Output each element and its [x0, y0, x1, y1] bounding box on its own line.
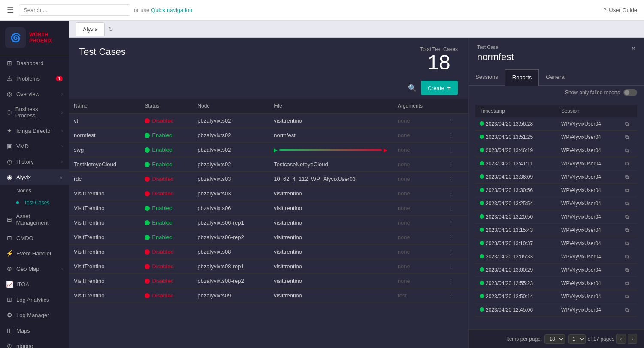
- sidebar-item-vmd[interactable]: ▣ VMD ›: [0, 138, 69, 154]
- table-row[interactable]: rdc Disabled pbzalyvixts03 10_62_4_112_W…: [69, 172, 468, 186]
- external-link-icon[interactable]: ⧉: [625, 214, 629, 220]
- external-link-icon[interactable]: ⧉: [625, 307, 629, 313]
- sidebar-item-ntopng[interactable]: ⊚ ntopng: [0, 338, 69, 348]
- cell-menu[interactable]: ⋮: [440, 157, 468, 172]
- next-page-button[interactable]: ›: [628, 334, 637, 344]
- cell-menu[interactable]: ⋮: [440, 216, 468, 230]
- row-menu-icon[interactable]: ⋮: [445, 146, 456, 154]
- report-link[interactable]: ⧉: [621, 184, 637, 197]
- report-link[interactable]: ⧉: [621, 290, 637, 303]
- user-guide-button[interactable]: ? User Guide: [603, 7, 637, 13]
- report-row[interactable]: 2023/04/20 13:00:29 WP\AlyvixUser04 ⧉: [475, 264, 637, 277]
- table-row[interactable]: normfest Enabled pbzalyvixts02 normfest …: [69, 128, 468, 143]
- report-row[interactable]: 2023/04/20 13:15:43 WP\AlyvixUser04 ⧉: [475, 224, 637, 237]
- sidebar-item-alyvix[interactable]: ◉ Alyvix ∨: [0, 169, 69, 185]
- sidebar-item-log-analytics[interactable]: ⊞ Log Analytics: [0, 292, 69, 307]
- report-link[interactable]: ⧉: [621, 157, 637, 171]
- report-row[interactable]: 2023/04/20 13:05:33 WP\AlyvixUser04 ⧉: [475, 250, 637, 264]
- sidebar-item-history[interactable]: ◷ History ›: [0, 154, 69, 169]
- report-row[interactable]: 2023/04/20 12:55:23 WP\AlyvixUser04 ⧉: [475, 277, 637, 290]
- report-row[interactable]: 2023/04/20 12:45:06 WP\AlyvixUser04 ⧉: [475, 303, 637, 317]
- report-link[interactable]: ⧉: [621, 264, 637, 277]
- external-link-icon[interactable]: ⧉: [625, 121, 629, 127]
- report-link[interactable]: ⧉: [621, 250, 637, 264]
- close-button[interactable]: ×: [632, 45, 635, 52]
- sidebar-item-test-cases[interactable]: Test Cases: [12, 197, 69, 209]
- cell-menu[interactable]: ⋮: [440, 259, 468, 274]
- external-link-icon[interactable]: ⧉: [625, 134, 629, 140]
- search-input[interactable]: [19, 4, 130, 16]
- report-row[interactable]: 2023/04/20 13:51:25 WP\AlyvixUser04 ⧉: [475, 131, 637, 144]
- report-row[interactable]: 2023/04/20 13:25:54 WP\AlyvixUser04 ⧉: [475, 197, 637, 210]
- external-link-icon[interactable]: ⧉: [625, 147, 629, 153]
- row-menu-icon[interactable]: ⋮: [445, 175, 456, 183]
- row-menu-icon[interactable]: ⋮: [445, 233, 456, 241]
- sidebar-item-overview[interactable]: ◎ Overview ›: [0, 86, 69, 102]
- tab-general[interactable]: General: [539, 69, 572, 85]
- tab-alyvix[interactable]: Alyvix: [76, 22, 105, 36]
- external-link-icon[interactable]: ⧉: [625, 294, 629, 300]
- sidebar-item-nodes[interactable]: Nodes: [12, 185, 69, 197]
- report-row[interactable]: 2023/04/20 13:20:50 WP\AlyvixUser04 ⧉: [475, 210, 637, 224]
- items-per-page-select[interactable]: 18 25 50: [544, 334, 565, 344]
- row-menu-icon[interactable]: ⋮: [445, 189, 456, 198]
- external-link-icon[interactable]: ⧉: [625, 174, 629, 180]
- report-link[interactable]: ⧉: [621, 210, 637, 224]
- sidebar-item-asset-management[interactable]: ⊟ Asset Management: [0, 209, 69, 230]
- report-row[interactable]: 2023/04/20 13:41:11 WP\AlyvixUser04 ⧉: [475, 157, 637, 171]
- report-link[interactable]: ⧉: [621, 277, 637, 290]
- cell-menu[interactable]: ⋮: [440, 245, 468, 259]
- report-link[interactable]: ⧉: [621, 117, 637, 131]
- table-row[interactable]: VisitTrentino Enabled pbzalyvixts06-rep2…: [69, 230, 468, 245]
- sidebar-item-itoa[interactable]: 📈 ITOA: [0, 276, 69, 292]
- table-row[interactable]: VisitTrentino Enabled pbzalyvixts06-rep1…: [69, 216, 468, 230]
- cell-menu[interactable]: ⋮: [440, 143, 468, 157]
- report-link[interactable]: ⧉: [621, 197, 637, 210]
- report-row[interactable]: 2023/04/20 12:50:14 WP\AlyvixUser04 ⧉: [475, 290, 637, 303]
- create-button[interactable]: Create +: [421, 81, 458, 95]
- row-menu-icon[interactable]: ⋮: [445, 291, 456, 300]
- report-row[interactable]: 2023/04/20 13:46:19 WP\AlyvixUser04 ⧉: [475, 144, 637, 157]
- cell-menu[interactable]: ⋮: [440, 288, 468, 303]
- report-link[interactable]: ⧉: [621, 144, 637, 157]
- search-button[interactable]: 🔍: [408, 84, 417, 92]
- row-menu-icon[interactable]: ⋮: [445, 204, 456, 212]
- table-row[interactable]: VisitTrentino Enabled pbzalyvixts06 visi…: [69, 201, 468, 216]
- cell-menu[interactable]: ⋮: [440, 230, 468, 245]
- sidebar-item-maps[interactable]: ◫ Maps: [0, 323, 69, 338]
- row-menu-icon[interactable]: ⋮: [445, 131, 456, 139]
- row-menu-icon[interactable]: ⋮: [445, 262, 456, 270]
- row-menu-icon[interactable]: ⋮: [445, 160, 456, 168]
- external-link-icon[interactable]: ⧉: [625, 240, 629, 246]
- external-link-icon[interactable]: ⧉: [625, 201, 629, 207]
- row-menu-icon[interactable]: ⋮: [445, 277, 456, 285]
- report-row[interactable]: 2023/04/20 13:56:28 WP\AlyvixUser04 ⧉: [475, 117, 637, 131]
- row-menu-icon[interactable]: ⋮: [445, 117, 456, 125]
- prev-page-button[interactable]: ‹: [616, 334, 626, 344]
- sidebar-item-log-manager[interactable]: ⚙ Log Manager: [0, 307, 69, 323]
- table-row[interactable]: swg Enabled pbzalyvixts02 ▶▶ none ⋮: [69, 143, 468, 157]
- external-link-icon[interactable]: ⧉: [625, 227, 629, 233]
- sidebar-item-cmdo[interactable]: ⊡ CMDO: [0, 230, 69, 246]
- cell-menu[interactable]: ⋮: [440, 128, 468, 143]
- table-row[interactable]: VisitTrentino Disabled pbzalyvixts09 vis…: [69, 288, 468, 303]
- table-row[interactable]: VisitTrentino Disabled pbzalyvixts08-rep…: [69, 259, 468, 274]
- sidebar-item-problems[interactable]: ⚠ Problems 1: [0, 71, 69, 86]
- sidebar-item-dashboard[interactable]: ⊞ Dashboard: [0, 55, 69, 71]
- report-link[interactable]: ⧉: [621, 303, 637, 317]
- report-row[interactable]: 2023/04/20 13:36:09 WP\AlyvixUser04 ⧉: [475, 171, 637, 184]
- report-link[interactable]: ⧉: [621, 171, 637, 184]
- page-select[interactable]: 1: [568, 334, 586, 344]
- report-row[interactable]: 2023/04/20 13:30:56 WP\AlyvixUser04 ⧉: [475, 184, 637, 197]
- report-link[interactable]: ⧉: [621, 131, 637, 144]
- sidebar-item-icinga-director[interactable]: ✦ Icinga Director ›: [0, 123, 69, 138]
- report-link[interactable]: ⧉: [621, 237, 637, 250]
- external-link-icon[interactable]: ⧉: [625, 267, 629, 273]
- report-row[interactable]: 2023/04/20 13:10:37 WP\AlyvixUser04 ⧉: [475, 237, 637, 250]
- tab-reports[interactable]: Reports: [505, 69, 539, 86]
- external-link-icon[interactable]: ⧉: [625, 161, 629, 167]
- cell-menu[interactable]: ⋮: [440, 274, 468, 288]
- external-link-icon[interactable]: ⧉: [625, 187, 629, 193]
- report-link[interactable]: ⧉: [621, 224, 637, 237]
- cell-menu[interactable]: ⋮: [440, 201, 468, 216]
